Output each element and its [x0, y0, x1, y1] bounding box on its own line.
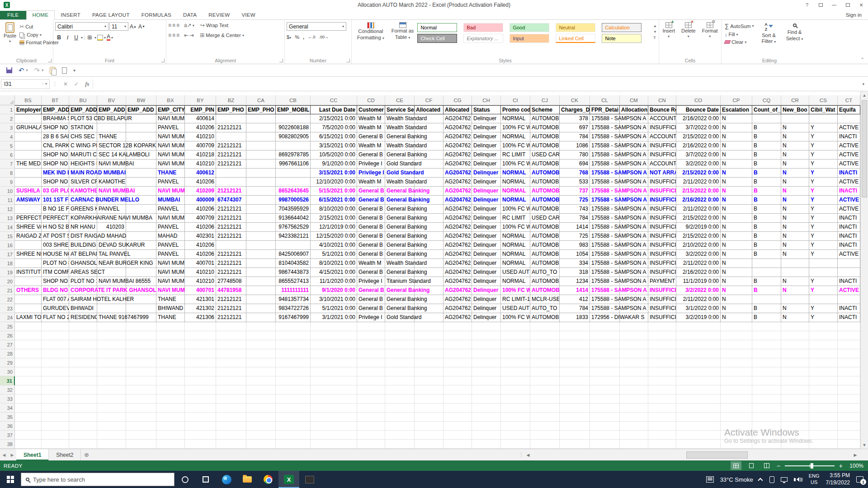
- cell-CK10[interactable]: 737: [560, 187, 590, 196]
- cell-BU27[interactable]: [69, 340, 97, 349]
- cell-BU17[interactable]: AT BELPAI: [69, 250, 97, 259]
- cell-BY12[interactable]: 410206: [185, 205, 216, 214]
- col-header-BV[interactable]: BV: [97, 95, 126, 105]
- cell-CN12[interactable]: INSUFFICI: [648, 205, 676, 214]
- cell-BZ24[interactable]: 21212121: [216, 313, 246, 322]
- cell-CT4[interactable]: INACTI: [838, 132, 860, 141]
- cell-BU4[interactable]: CHS SEC 1: [69, 132, 97, 141]
- cell-BU3[interactable]: STATION: [69, 123, 97, 132]
- col-header-BW[interactable]: BW: [126, 95, 156, 105]
- cell-CA3[interactable]: [246, 123, 276, 132]
- cell-BX3[interactable]: PANVEL: [156, 123, 185, 132]
- cell-CP38[interactable]: [721, 440, 752, 449]
- bold-button[interactable]: B: [55, 33, 63, 42]
- cell-CK37[interactable]: [560, 431, 590, 440]
- cell-CA1[interactable]: EMP_PHO: [246, 105, 276, 114]
- find-select-button[interactable]: Find &Select ▾: [783, 21, 807, 46]
- cell-CI37[interactable]: [501, 431, 530, 440]
- cell-CJ37[interactable]: [530, 431, 560, 440]
- cell-BZ29[interactable]: [216, 358, 246, 367]
- cell-CT30[interactable]: [838, 367, 860, 376]
- page-break-view-icon[interactable]: [761, 461, 772, 470]
- cell-BZ28[interactable]: [216, 349, 246, 358]
- cell-BS37[interactable]: [15, 431, 42, 440]
- cell-CJ20[interactable]: AUTOMOB: [530, 277, 560, 286]
- cell-CB24[interactable]: 9167467999: [276, 313, 311, 322]
- row-header-12[interactable]: 12: [0, 205, 15, 214]
- cell-BX16[interactable]: PANVEL: [156, 241, 185, 250]
- cell-CB35[interactable]: [276, 413, 311, 422]
- cell-CO34[interactable]: [676, 404, 721, 413]
- weather-text[interactable]: 33°C Smoke: [720, 476, 753, 483]
- font-name-combo[interactable]: Calibri▾: [55, 22, 108, 31]
- cell-CR14[interactable]: N: [781, 223, 809, 232]
- cell-CI8[interactable]: NORMAL: [501, 169, 530, 178]
- cell-CF28[interactable]: [415, 349, 443, 358]
- cell-CR29[interactable]: [781, 358, 809, 367]
- cell-CS19[interactable]: [809, 268, 838, 277]
- cell-CH5[interactable]: Delinquer: [472, 141, 501, 150]
- number-dialog-launcher-icon[interactable]: [346, 59, 350, 62]
- cell-CH26[interactable]: [472, 331, 501, 340]
- cell-CD37[interactable]: [357, 431, 385, 440]
- cell-CE33[interactable]: [385, 394, 415, 404]
- cell-CL18[interactable]: 175588 - SAMPSON A: [590, 259, 620, 268]
- cell-CD16[interactable]: General B: [357, 241, 385, 250]
- cell-CR23[interactable]: N: [781, 304, 809, 313]
- excel-taskbar-button[interactable]: X: [278, 471, 299, 488]
- cell-CS10[interactable]: Y: [809, 187, 838, 196]
- sheet-nav-right-icon[interactable]: ▶: [8, 449, 16, 460]
- cell-BV23[interactable]: [97, 304, 126, 313]
- cell-CT26[interactable]: [838, 331, 860, 340]
- cell-CP28[interactable]: [721, 349, 752, 358]
- cell-CH30[interactable]: [472, 367, 501, 376]
- cell-CS9[interactable]: Y: [809, 178, 838, 187]
- cell-CQ4[interactable]: B: [752, 132, 781, 141]
- cell-CJ27[interactable]: [530, 340, 560, 349]
- cell-BY18[interactable]: 400701: [185, 259, 216, 268]
- cell-CS24[interactable]: Y: [809, 313, 838, 322]
- cell-BZ11[interactable]: 67474307: [216, 196, 246, 205]
- cell-CA17[interactable]: [246, 250, 276, 259]
- cell-CH33[interactable]: [472, 394, 501, 404]
- cell-CH9[interactable]: Delinquer: [472, 178, 501, 187]
- cell-CC3[interactable]: 7/5/2020 0:00: [311, 123, 357, 132]
- cell-CO26[interactable]: [676, 331, 721, 340]
- cell-BV24[interactable]: THANE 9167467999: [97, 313, 126, 322]
- cell-CH24[interactable]: Delinquer: [472, 313, 501, 322]
- cell-CG9[interactable]: AG204762: [443, 178, 472, 187]
- cell-CO27[interactable]: [676, 340, 721, 349]
- cell-CK5[interactable]: 1086: [560, 141, 590, 150]
- cell-CR13[interactable]: N: [781, 214, 809, 223]
- cell-CT14[interactable]: INACTI: [838, 223, 860, 232]
- task-view-button[interactable]: [195, 471, 216, 488]
- cell-BU8[interactable]: MAIN ROAD MUMBAI: [69, 169, 97, 178]
- cell-CS16[interactable]: Y: [809, 241, 838, 250]
- cell-BW30[interactable]: [126, 367, 156, 376]
- cell-BS22[interactable]: [15, 295, 42, 304]
- cell-CC35[interactable]: [311, 413, 357, 422]
- cell-CA14[interactable]: [246, 223, 276, 232]
- cell-CJ2[interactable]: AUTOMOB: [530, 114, 560, 123]
- cell-CJ28[interactable]: [530, 349, 560, 358]
- cell-BZ1[interactable]: EMP_PHO: [216, 105, 246, 114]
- row-header-16[interactable]: 16: [0, 241, 15, 250]
- cell-CP13[interactable]: N: [721, 214, 752, 223]
- cell-CI35[interactable]: [501, 413, 530, 422]
- alignment-dialog-launcher-icon[interactable]: [279, 59, 283, 62]
- row-header-25[interactable]: 25: [0, 322, 15, 331]
- cell-CI32[interactable]: [501, 385, 530, 394]
- cell-CF37[interactable]: [415, 431, 443, 440]
- cell-BT8[interactable]: MEK IND E: [42, 169, 69, 178]
- row-header-1[interactable]: 1: [0, 105, 15, 114]
- cell-CG6[interactable]: AG204762: [443, 150, 472, 160]
- cell-CN13[interactable]: INSUFFICI: [648, 214, 676, 223]
- cell-BT37[interactable]: [42, 431, 69, 440]
- name-box-splitter[interactable]: ⋮: [50, 81, 60, 87]
- cell-CD35[interactable]: [357, 413, 385, 422]
- cell-CQ25[interactable]: [752, 322, 781, 331]
- cell-CJ1[interactable]: Scheme: [530, 105, 560, 114]
- cell-BX19[interactable]: NAVI MUM: [156, 268, 185, 277]
- cell-CC13[interactable]: 2/15/2021 0:00: [311, 214, 357, 223]
- fill-color-icon[interactable]: [97, 35, 103, 41]
